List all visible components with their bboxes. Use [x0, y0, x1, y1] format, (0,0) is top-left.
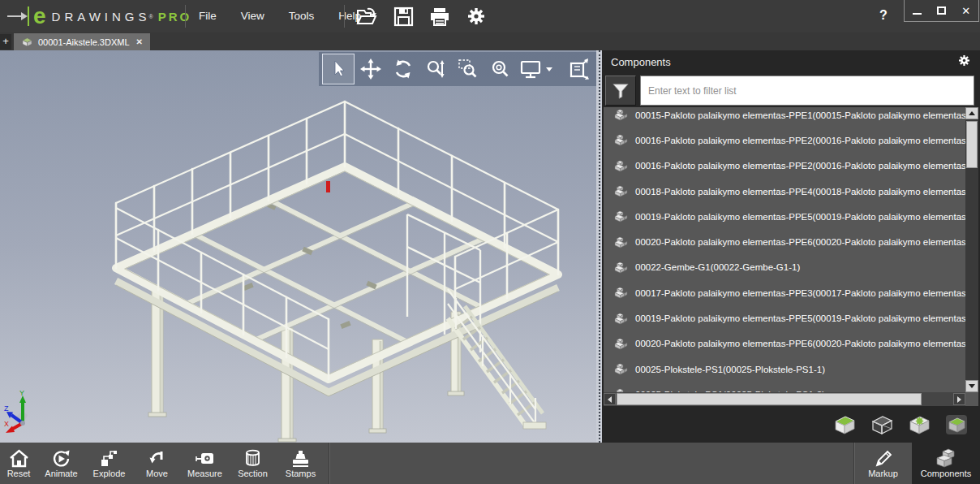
save-icon [393, 6, 414, 27]
maximize-icon [937, 6, 946, 15]
component-list-item[interactable]: 00020-Pakloto palaikymo elementas-PPE6(0… [604, 331, 965, 357]
svg-text:X: X [4, 420, 9, 428]
3d-viewport[interactable]: Y Z X [0, 50, 598, 443]
tool-label: Measure [187, 469, 222, 478]
arrow-right-icon [957, 396, 961, 403]
open-button[interactable] [355, 4, 379, 28]
display-mode-dropdown-icon[interactable] [546, 67, 552, 71]
component-list-item[interactable]: 00015-Pakloto palaikymo elementas-PPE1(0… [604, 107, 965, 127]
print-button[interactable] [428, 4, 452, 28]
component-gear-icon [907, 414, 931, 435]
component-list-item[interactable]: 00022-Gembe-G1(00022-Gembe-G1-1) [604, 255, 965, 280]
stamps-button[interactable]: Stamps [277, 443, 325, 484]
tab-active-document[interactable]: 00001-Aikstele.3DXML ✕ [14, 33, 150, 50]
show-component-button[interactable] [832, 413, 858, 437]
arrow-down-icon [969, 384, 975, 388]
scroll-up-button[interactable] [965, 107, 978, 119]
component-list-item[interactable]: 00025-Plokstele-PS1(00025-Plokstele-PS1-… [604, 382, 965, 392]
rotate-tool-button[interactable] [387, 54, 419, 84]
reset-button[interactable]: Reset [0, 443, 37, 484]
menu-file[interactable]: File [187, 0, 229, 32]
component-list-item[interactable]: 00016-Pakloto palaikymo elementas-PPE2(0… [604, 153, 965, 179]
component-label: 00020-Pakloto palaikymo elementas-PPE6(0… [635, 237, 965, 247]
tool-label: Explode [93, 469, 126, 478]
horizontal-scrollbar[interactable] [604, 392, 965, 406]
components-button[interactable]: Components [912, 443, 980, 484]
red-marker [326, 181, 330, 192]
new-tab-button[interactable]: + [0, 34, 11, 50]
open-file-icon [356, 6, 378, 27]
explode-button[interactable]: Explode [85, 443, 133, 484]
part-icon [614, 338, 628, 350]
document-cube-icon [21, 37, 33, 47]
save-button[interactable] [391, 4, 415, 28]
component-label: 00020-Pakloto palaikymo elementas-PPE6(0… [635, 339, 965, 348]
panel-toggle-group: Markup Components [853, 443, 980, 484]
pan-tool-button[interactable] [355, 54, 387, 84]
part-icon [614, 109, 628, 121]
component-visibility-buttons [832, 413, 969, 437]
zoom-area-tool-button[interactable] [452, 54, 484, 84]
component-list-item[interactable]: 00016-Pakloto palaikymo elementas-PPE2(0… [604, 127, 965, 153]
component-list-item[interactable]: 00018-Pakloto palaikymo elementas-PPE4(0… [604, 179, 965, 204]
part-icon [614, 313, 628, 325]
scroll-left-button[interactable] [604, 393, 616, 405]
logo-arrow-icon [6, 4, 32, 28]
component-list-item[interactable]: 00020-Pakloto palaikymo elementas-PPE6(0… [604, 229, 965, 254]
scroll-down-button[interactable] [965, 380, 978, 392]
hide-component-button[interactable] [943, 413, 969, 437]
bottom-toolbar: Reset Animate Explode [0, 443, 980, 484]
svg-text:Y: Y [19, 389, 24, 397]
stamp-icon [290, 449, 311, 468]
component-list-item[interactable]: 00025-Plokstele-PS1(00025-Plokstele-PS1-… [604, 357, 965, 382]
panel-splitter[interactable] [596, 50, 602, 443]
gear-icon [957, 54, 971, 67]
component-label: 00022-Gembe-G1(00022-Gembe-G1-1) [635, 262, 800, 272]
zoom-tool-button[interactable] [419, 54, 452, 84]
zoom-fit-tool-button[interactable] [484, 54, 517, 84]
section-button[interactable]: Section [229, 443, 277, 484]
vertical-scrollbar[interactable] [965, 107, 978, 392]
part-icon [614, 210, 628, 223]
select-tool-button[interactable] [322, 54, 355, 84]
component-list-item[interactable]: 00017-Pakloto palaikymo elementas-PPE3(0… [604, 280, 965, 305]
component-label: 00019-Pakloto palaikymo elementas-PPE5(0… [635, 212, 965, 222]
view-pages-button[interactable] [562, 54, 595, 84]
logo-e: e [33, 2, 46, 30]
menu-view[interactable]: View [229, 0, 277, 32]
tool-label: Animate [45, 469, 77, 478]
tool-label: Move [146, 469, 168, 478]
component-label: 00016-Pakloto palaikymo elementas-PPE2(0… [635, 136, 965, 145]
help-button[interactable]: ? [874, 0, 893, 32]
vertical-scroll-thumb[interactable] [966, 121, 978, 168]
settings-button[interactable] [464, 4, 488, 28]
move-button[interactable]: Move [133, 443, 181, 484]
markup-button[interactable]: Markup [854, 443, 912, 484]
panel-settings-button[interactable] [957, 54, 971, 71]
filter-button[interactable] [605, 76, 636, 106]
tab-bar: + 00001-Aikstele.3DXML ✕ [0, 32, 980, 50]
scroll-right-button[interactable] [953, 393, 965, 405]
part-icon [614, 261, 628, 274]
3d-model-platform [0, 50, 598, 443]
component-list-item[interactable]: 00019-Pakloto palaikymo elementas-PPE5(0… [604, 204, 965, 229]
part-icon [614, 134, 628, 146]
component-properties-button[interactable] [906, 413, 932, 437]
tab-close-icon[interactable]: ✕ [136, 37, 143, 46]
transparent-component-button[interactable] [869, 413, 895, 437]
print-icon [429, 6, 450, 27]
menu-tools[interactable]: Tools [277, 0, 327, 32]
logo-reg: ® [149, 14, 153, 19]
tool-label: Markup [868, 469, 898, 478]
filter-input[interactable] [640, 76, 974, 106]
close-button[interactable]: ✕ [954, 0, 978, 21]
component-label: 00018-Pakloto palaikymo elementas-PPE4(0… [635, 187, 965, 197]
display-mode-button[interactable] [517, 54, 544, 84]
horizontal-scroll-thumb[interactable] [617, 393, 922, 405]
component-list-item[interactable]: 00019-Pakloto palaikymo elementas-PPE5(0… [604, 305, 965, 331]
animate-button[interactable]: Animate [37, 443, 85, 484]
zoom-icon [425, 58, 446, 80]
measure-button[interactable]: Measure [181, 443, 229, 484]
minimize-button[interactable] [905, 0, 929, 21]
maximize-button[interactable] [929, 0, 953, 21]
